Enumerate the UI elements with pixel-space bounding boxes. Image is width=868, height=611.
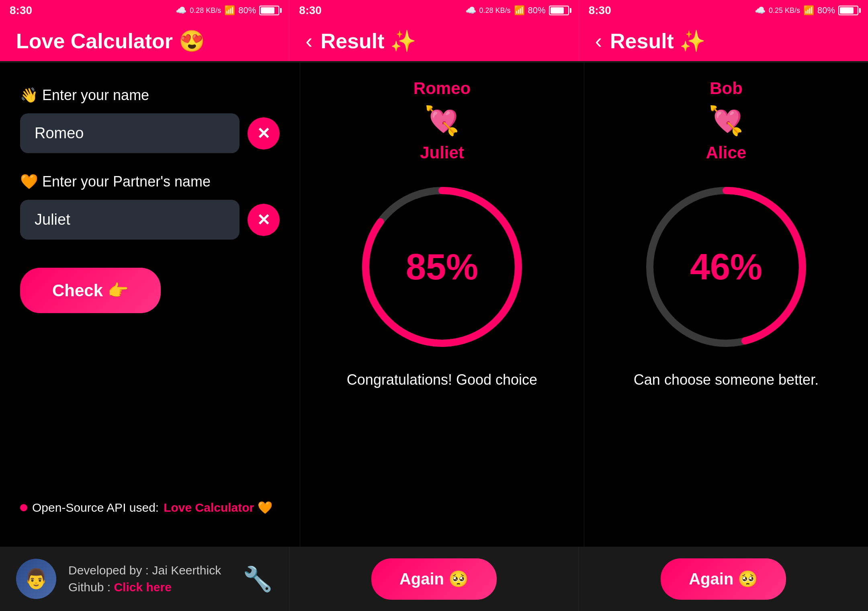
signal-icon-1: 📶	[224, 5, 235, 16]
heart-arrow-2: 💘	[708, 104, 743, 137]
opensource-row: Open-Source API used: Love Calculator 🧡	[20, 500, 280, 523]
app-title: Love Calculator 😍	[16, 29, 205, 53]
tools-icon: 🔧	[243, 565, 273, 593]
name-top-2: Bob	[710, 79, 743, 98]
network-text-3: 0.25 KB/s	[769, 6, 800, 15]
partner-input[interactable]	[20, 200, 240, 240]
names-display-1: Romeo 💘 Juliet	[414, 79, 471, 162]
names-display-2: Bob 💘 Alice	[706, 79, 746, 162]
percentage-text-1: 85%	[406, 246, 478, 288]
partner-label-row: 🧡 Enter your Partner's name	[20, 173, 280, 190]
result-title-1: Result ✨	[321, 29, 416, 53]
status-bar-1: 8:30 ☁️ 0.28 KB/s 📶 80%	[0, 0, 289, 21]
progress-circle-1: 85%	[358, 182, 526, 351]
cloud-icon-2: ☁️	[465, 5, 476, 16]
opensource-text: Open-Source API used:	[32, 501, 159, 515]
battery-text-1: 80%	[238, 5, 256, 16]
header-panel-2: ‹ Result ✨	[289, 21, 579, 61]
avatar-image: 👨	[16, 559, 56, 599]
percentage-text-2: 46%	[690, 246, 762, 288]
signal-icon-2: 📶	[514, 5, 525, 16]
clear-partner-button[interactable]: ✕	[248, 204, 280, 236]
status-bar-3: 8:30 ☁️ 0.25 KB/s 📶 80%	[579, 0, 868, 21]
status-bar-2: 8:30 ☁️ 0.28 KB/s 📶 80%	[289, 0, 579, 21]
status-time-2: 8:30	[299, 4, 321, 17]
cloud-icon-3: ☁️	[755, 5, 766, 16]
avatar: 👨	[16, 559, 56, 599]
result-panel-2: Bob 💘 Alice 46% Can choose someone bette…	[584, 63, 868, 547]
name-bottom-2: Alice	[706, 143, 746, 162]
github-row: Github : Click here	[68, 580, 221, 594]
main-content: 👋 Enter your name ✕ 🧡 Enter your Partner…	[0, 63, 868, 547]
result-message-1: Congratulations! Good choice	[347, 371, 537, 388]
header-panel-3: ‹ Result ✨	[579, 21, 868, 61]
name-bottom-1: Juliet	[420, 143, 464, 162]
clear-name-icon: ✕	[257, 124, 270, 143]
name-top-1: Romeo	[414, 79, 471, 98]
clear-partner-icon: ✕	[257, 211, 270, 229]
result-message-2: Can choose someone better.	[634, 371, 819, 388]
battery-text-2: 80%	[528, 5, 546, 16]
partner-label: 🧡 Enter your Partner's name	[20, 173, 211, 190]
status-time-3: 8:30	[589, 4, 611, 17]
developer-text: Developed by : Jai Keerthick	[68, 564, 221, 577]
partner-input-row: ✕	[20, 200, 280, 240]
battery-text-3: 80%	[817, 5, 835, 16]
status-icons-3: ☁️ 0.25 KB/s 📶 80%	[755, 5, 858, 16]
battery-icon-1	[259, 6, 279, 15]
result-panel-1: Romeo 💘 Juliet 85% Congratulations! Good…	[300, 63, 584, 547]
back-button-1[interactable]: ‹	[305, 29, 312, 53]
cloud-icon-1: ☁️	[176, 5, 186, 16]
network-text-1: 0.28 KB/s	[190, 6, 221, 15]
name-label-row: 👋 Enter your name	[20, 87, 280, 104]
name-label: 👋 Enter your name	[20, 87, 149, 104]
battery-icon-2	[549, 6, 569, 15]
again-button-2[interactable]: Again 🥺	[661, 558, 786, 600]
clear-name-button[interactable]: ✕	[248, 117, 280, 150]
status-bar-row: 8:30 ☁️ 0.28 KB/s 📶 80% 8:30 ☁️ 0.28 KB/…	[0, 0, 868, 21]
check-button[interactable]: Check 👉	[20, 268, 161, 313]
network-text-2: 0.28 KB/s	[479, 6, 511, 15]
footer-panel-2: Again 🥺	[289, 547, 579, 611]
status-icons-2: ☁️ 0.28 KB/s 📶 80%	[465, 5, 569, 16]
progress-circle-2: 46%	[642, 182, 811, 351]
opensource-dot	[20, 504, 27, 511]
heart-arrow-1: 💘	[424, 104, 459, 137]
result-title-2: Result ✨	[610, 29, 706, 53]
github-label: Github :	[68, 580, 114, 594]
header-panel-1: Love Calculator 😍	[0, 21, 289, 61]
signal-icon-3: 📶	[803, 5, 814, 16]
name-input[interactable]	[20, 113, 240, 153]
name-input-row: ✕	[20, 113, 280, 153]
footer-panel-3: Again 🥺	[579, 547, 868, 611]
footer-row: 👨 Developed by : Jai Keerthick Github : …	[0, 547, 868, 611]
battery-icon-3	[838, 6, 858, 15]
status-time-1: 8:30	[10, 4, 32, 17]
form-panel: 👋 Enter your name ✕ 🧡 Enter your Partner…	[0, 63, 300, 547]
again-button-1[interactable]: Again 🥺	[371, 558, 497, 600]
header-row: Love Calculator 😍 ‹ Result ✨ ‹ Result ✨	[0, 21, 868, 61]
footer-panel-1: 👨 Developed by : Jai Keerthick Github : …	[0, 547, 289, 611]
back-button-2[interactable]: ‹	[595, 29, 602, 53]
status-icons-1: ☁️ 0.28 KB/s 📶 80%	[176, 5, 279, 16]
github-link[interactable]: Click here	[114, 580, 171, 594]
footer-info: Developed by : Jai Keerthick Github : Cl…	[68, 564, 221, 594]
opensource-link[interactable]: Love Calculator 🧡	[164, 500, 272, 515]
